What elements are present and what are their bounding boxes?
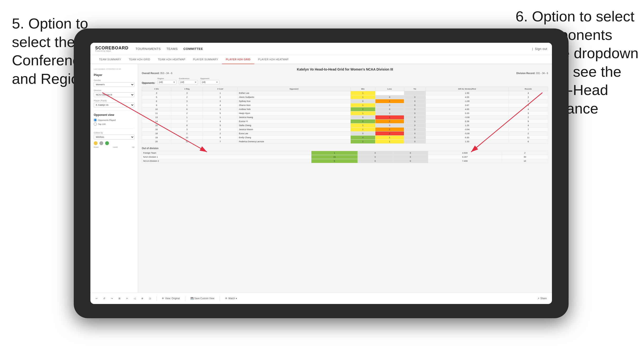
- toolbar-add[interactable]: ⊕: [140, 296, 145, 301]
- toolbar-time[interactable]: ◷: [148, 296, 152, 301]
- sub-nav-player-h2h-heatmap[interactable]: PLAYER H2H HEATMAP: [254, 55, 292, 64]
- ood-cell-rounds: 2: [502, 151, 548, 155]
- cell-reg: 8: [171, 124, 203, 128]
- last-updated-text: Last Updated: 27/03/2024 14:34: [94, 68, 134, 70]
- cell-conf: 7: [203, 140, 238, 144]
- col-div: # Div: [142, 87, 171, 91]
- cell-loss: 0: [375, 103, 404, 107]
- cell-tie: 0: [404, 124, 426, 128]
- sidebar-player-rank-label: Player (Rank): [94, 100, 134, 102]
- cell-rounds: 9: [508, 119, 548, 124]
- filter-row: Opponents: Region (All) Conference (All): [142, 77, 548, 84]
- cell-tie: 0: [404, 128, 426, 132]
- main-content: Last Updated: 27/03/2024 14:34 Player Ge…: [90, 64, 552, 293]
- ood-cell-diff: 9.267: [428, 155, 502, 159]
- table-row: 18 2 2 Euna Lee 0 2 0 -5.00 2: [142, 132, 548, 136]
- cell-rounds: 2: [508, 132, 548, 136]
- cell-opponent: Andrea York: [238, 107, 350, 111]
- cell-conf: 3: [203, 107, 238, 111]
- toolbar-redo-left[interactable]: ↺: [102, 296, 106, 301]
- ood-table-row: NAIA Division 1 15 0 0 9.267 30: [142, 155, 548, 159]
- cell-tie: 0: [404, 136, 426, 140]
- toolbar-grid[interactable]: ⊞: [117, 296, 122, 301]
- nav-teams[interactable]: TEAMS: [166, 46, 178, 51]
- legend-level: Level: [113, 146, 118, 148]
- table-row: 11 2 5 Heejo Hyun 1 0 0 3.33 3: [142, 111, 548, 115]
- cell-loss: 2: [375, 132, 404, 136]
- cell-tie: 0: [404, 119, 426, 124]
- division-record-label: Division Record:: [516, 72, 535, 75]
- record-row: Overall Record: 353 - 34 - 6 Division Re…: [142, 72, 548, 75]
- ood-cell-rounds: 30: [502, 155, 548, 159]
- toolbar-redo-right[interactable]: ↪: [110, 296, 114, 301]
- cell-win: 0: [350, 99, 375, 103]
- filter-section: Opponents: Region (All) Conference (All): [142, 77, 548, 84]
- col-rounds: Rounds: [508, 87, 548, 91]
- sub-nav-player-h2h-grid[interactable]: PLAYER H2H GRID: [222, 55, 254, 64]
- radio-opponents-played-label: Opponents Played: [98, 119, 116, 121]
- cell-diff: 0.30: [426, 136, 508, 140]
- toolbar-view-original[interactable]: 👁 View: Original: [160, 296, 181, 301]
- colour-by-select[interactable]: Win/loss: [94, 135, 134, 139]
- cell-diff: 4.00: [426, 95, 508, 99]
- toolbar-watch[interactable]: 👁 Watch ▾: [224, 296, 238, 301]
- cell-opponent: Sharon Mun: [238, 103, 350, 107]
- watch-icon: 👁: [225, 297, 228, 300]
- opponent-filter-select[interactable]: (All): [200, 80, 219, 84]
- cell-diff: 1.25: [426, 124, 508, 128]
- logo-sub-text: Powered by clippd: [95, 50, 128, 52]
- sub-nav-team-h2h-grid[interactable]: TEAM H2H GRID: [125, 55, 154, 64]
- division-select[interactable]: NCAA Division III: [94, 92, 134, 97]
- table-row: 19 10 6 Emily Chang 4 1 0 0.30 11: [142, 136, 548, 140]
- logo-text: SCOREBOARD: [95, 46, 128, 50]
- toolbar-cut[interactable]: ✂: [125, 296, 130, 301]
- sub-nav-player-summary[interactable]: PLAYER SUMMARY: [189, 55, 222, 64]
- cell-reg: 3: [171, 128, 203, 132]
- cell-reg: 2: [171, 111, 203, 115]
- radio-opponents-played[interactable]: Opponents Played: [94, 119, 134, 122]
- sub-nav-team-h2h-heatmap[interactable]: TEAM H2H HEATMAP: [154, 55, 189, 64]
- nav-committee[interactable]: COMMITTEE: [184, 46, 203, 51]
- table-row: 16 3 2 Jessica Mason 1 2 0 -0.94 7: [142, 128, 548, 132]
- table-header-row: # Div # Reg # Conf Opponent Win Loss Tie…: [142, 87, 548, 91]
- toolbar-share[interactable]: ↗ Share: [536, 296, 548, 301]
- ood-cell-loss: 0: [358, 151, 393, 155]
- radio-top100-input[interactable]: [94, 123, 97, 126]
- cell-div: 10: [142, 107, 171, 111]
- sign-out-button[interactable]: Sign out: [535, 46, 547, 51]
- cell-opponent: Stella Cheng: [238, 124, 350, 128]
- cell-tie: 0: [404, 103, 426, 107]
- radio-top100[interactable]: Top 100: [94, 123, 134, 126]
- view-icon: 👁: [162, 297, 164, 300]
- cell-rounds: 3: [508, 111, 548, 115]
- radio-opponents-played-input[interactable]: [94, 119, 97, 122]
- cell-win: 4: [350, 136, 375, 140]
- gender-select[interactable]: Women's: [94, 82, 134, 87]
- dot-down: [94, 141, 98, 145]
- cell-loss: 0: [375, 111, 404, 115]
- toolbar-undo[interactable]: ↩: [94, 296, 99, 301]
- sub-navbar: TEAM SUMMARY TEAM H2H GRID TEAM H2H HEAT…: [90, 55, 552, 64]
- conference-filter-select[interactable]: (All): [179, 80, 198, 84]
- colour-legend: [94, 141, 134, 145]
- ood-cell-loss: 0: [358, 159, 393, 163]
- player-rank-select[interactable]: 8. Katelyn Vo: [94, 103, 134, 107]
- out-of-division-label: Out of division: [142, 147, 548, 150]
- cell-opponent: Emily Chang: [238, 136, 350, 140]
- cell-opponent: Heejo Hyun: [238, 111, 350, 115]
- ood-cell-rounds: 10: [502, 159, 548, 163]
- region-filter-select[interactable]: (All): [158, 80, 176, 84]
- cell-div: 15: [142, 124, 171, 128]
- ood-cell-tie: 0: [393, 155, 428, 159]
- ood-table-row: NCAA Division 2 5 0 0 7.400 10: [142, 159, 548, 163]
- ood-table-row: Foreign Team 1 0 0 4.500 2: [142, 151, 548, 155]
- toolbar-sep-1: [156, 296, 156, 301]
- cell-win: 2: [350, 119, 375, 124]
- nav-tournaments[interactable]: TOURNAMENTS: [136, 46, 161, 51]
- sub-nav-team-summary[interactable]: TEAM SUMMARY: [95, 55, 125, 64]
- toolbar-back[interactable]: ◁: [132, 296, 137, 301]
- cell-conf: 5: [203, 124, 238, 128]
- toolbar-save-view[interactable]: 💾 Save Custom View: [189, 296, 216, 301]
- ood-cell-opponent: Foreign Team: [142, 151, 312, 155]
- cell-win: 1: [350, 124, 375, 128]
